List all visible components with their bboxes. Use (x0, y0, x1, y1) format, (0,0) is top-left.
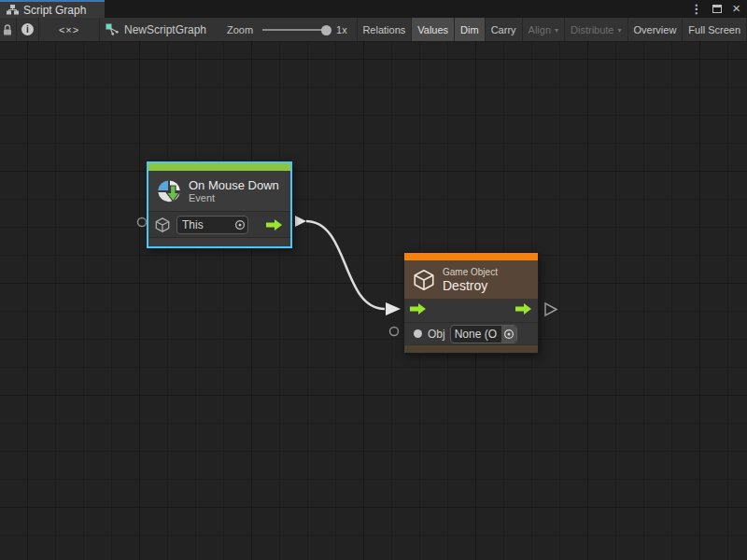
title-bar: Script Graph ⋮ × (0, 0, 747, 18)
node-category: Game Object (443, 266, 498, 278)
target-value-text: This (182, 218, 233, 231)
obj-value-text: None (O (455, 328, 501, 341)
zoom-value: 1x (336, 18, 347, 41)
destroy-flow-input-arrow[interactable] (410, 302, 427, 319)
mouse-down-event-icon (156, 178, 182, 204)
destroy-obj-port[interactable] (390, 328, 399, 336)
connection-dest-arrow[interactable] (386, 302, 401, 315)
event-flow-output-arrow[interactable] (266, 218, 283, 231)
graph-toolbar: i <×> NewScriptGraph Zoom 1x Relations V… (0, 18, 747, 42)
window-controls: ⋮ × (690, 0, 747, 18)
zoom-slider[interactable] (262, 29, 329, 31)
destroy-flow-continue-arrow[interactable] (545, 303, 557, 315)
node-footer (148, 237, 290, 246)
script-graph-asset-icon (106, 23, 119, 36)
toolbar-button-dim[interactable]: Dim (455, 18, 486, 41)
graph-canvas[interactable]: On Mouse Down Event This (0, 42, 747, 560)
node-titles: On Mouse Down Event (189, 178, 279, 204)
obj-label: Obj (428, 328, 445, 341)
button-label: Carry (491, 24, 516, 35)
chevron-down-icon: ▾ (618, 26, 622, 35)
event-accent-bar (148, 163, 290, 171)
button-label: Full Screen (688, 24, 740, 35)
toolbar-button-relations[interactable]: Relations (357, 18, 412, 41)
toolbar-button-overview[interactable]: Overview (628, 18, 684, 41)
lock-icon (2, 23, 13, 36)
node-titles: Game Object Destroy (443, 266, 498, 293)
code-preview-button[interactable]: <×> (39, 18, 100, 41)
destroy-obj-row: Obj None (O (404, 322, 538, 344)
zoom-slider-handle[interactable] (321, 25, 331, 35)
tab-script-graph[interactable]: Script Graph (0, 0, 105, 18)
node-destroy[interactable]: Game Object Destroy Obj (403, 252, 539, 354)
hierarchy-icon (7, 5, 19, 15)
obj-value-field[interactable]: None (O (450, 325, 517, 343)
toolbar-button-fullscreen[interactable]: Full Screen (683, 18, 747, 41)
flow-connection-wire[interactable] (306, 221, 385, 309)
destroy-flow-output-arrow[interactable] (515, 302, 532, 319)
toolbar-button-distribute[interactable]: Distribute ▾ (565, 18, 627, 41)
button-label: Overview (634, 24, 677, 35)
event-target-row: This (148, 212, 290, 237)
event-target-port[interactable] (138, 218, 147, 227)
connections-layer (0, 42, 747, 560)
obj-port-dot[interactable] (414, 329, 422, 338)
toolbar-button-align[interactable]: Align ▾ (523, 18, 565, 41)
button-label: Align (529, 24, 551, 35)
node-on-mouse-down[interactable]: On Mouse Down Event This (147, 161, 292, 248)
info-icon: i (21, 23, 34, 35)
zoom-label: Zoom (227, 18, 253, 41)
node-title: On Mouse Down (189, 178, 279, 192)
destroy-flow-row (404, 300, 538, 322)
object-picker-icon[interactable] (233, 217, 247, 233)
toolbar-button-carry[interactable]: Carry (486, 18, 523, 41)
graph-name-label: NewScriptGraph (124, 23, 206, 36)
node-header[interactable]: Game Object Destroy (404, 260, 538, 300)
button-label: Dim (460, 24, 479, 35)
chevron-down-icon: ▾ (555, 26, 558, 35)
lock-button[interactable] (0, 18, 17, 41)
game-object-cube-icon (154, 217, 171, 233)
code-icon: <×> (59, 24, 79, 35)
destroy-accent-bar (404, 253, 538, 260)
node-subtitle: Event (189, 192, 279, 204)
window-menu-icon[interactable]: ⋮ (690, 3, 702, 15)
toolbar-button-values[interactable]: Values (412, 18, 455, 41)
inspector-button[interactable]: i (17, 18, 39, 41)
close-icon[interactable]: × (732, 1, 740, 15)
object-picker-icon[interactable] (501, 326, 516, 343)
maximize-icon[interactable] (712, 5, 722, 13)
script-graph-window: Script Graph ⋮ × i <×> (0, 0, 747, 560)
connection-source-arrow[interactable] (295, 216, 306, 227)
node-header[interactable]: On Mouse Down Event (148, 171, 290, 212)
button-label: Distribute (571, 24, 613, 35)
node-title: Destroy (443, 278, 498, 293)
target-value-field[interactable]: This (176, 216, 248, 234)
game-object-cube-icon (412, 268, 436, 292)
button-label: Values (417, 24, 448, 35)
button-label: Relations (362, 24, 405, 35)
tab-title: Script Graph (23, 4, 86, 17)
graph-breadcrumb[interactable]: NewScriptGraph (106, 18, 206, 41)
node-footer (404, 344, 538, 353)
